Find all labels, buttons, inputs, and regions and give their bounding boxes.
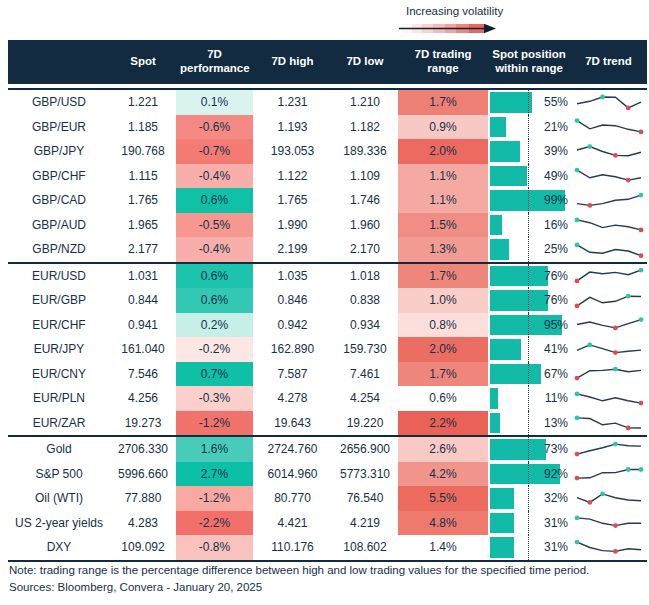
table-row: GBP/CHF1.115-0.4%1.1221.1091.1%49%	[8, 164, 647, 189]
row-label: EUR/JPY	[8, 337, 110, 362]
position-label: 73%	[544, 437, 568, 462]
table-row: Gold2706.3301.6%2724.7602656.9002.6%73%	[8, 437, 647, 462]
performance-cell: -1.2%	[176, 486, 253, 511]
sparkline-chart	[574, 388, 644, 409]
volatility-legend-label: Increasing volatility	[406, 5, 529, 17]
position-bar	[490, 513, 514, 534]
spot-position-cell: 21%	[488, 115, 570, 140]
performance-cell: -0.5%	[176, 213, 253, 238]
high-value: 110.176	[253, 535, 332, 560]
spot-position-cell: 76%	[488, 264, 570, 289]
midpoint-dotted-line	[528, 511, 529, 536]
trading-range-cell: 1.4%	[398, 535, 488, 560]
low-value: 2.170	[332, 237, 398, 262]
performance-cell: -2.2%	[176, 511, 253, 536]
low-value: 159.730	[332, 337, 398, 362]
trading-range-cell: 1.7%	[398, 362, 488, 387]
low-value: 1.182	[332, 115, 398, 140]
row-label: GBP/EUR	[8, 115, 110, 140]
trading-range-cell: 1.7%	[398, 90, 488, 115]
row-label: GBP/JPY	[8, 139, 110, 164]
row-label: GBP/USD	[8, 90, 110, 115]
sparkline-chart	[574, 412, 644, 433]
header-col-spot: Spot	[110, 55, 176, 69]
trend-sparkline	[570, 411, 647, 436]
midpoint-dotted-line	[528, 437, 529, 462]
position-label: 92%	[544, 462, 568, 487]
performance-cell: -0.6%	[176, 115, 253, 140]
position-label: 16%	[544, 213, 568, 238]
table-row: GBP/JPY190.768-0.7%193.053189.3362.0%39%	[8, 139, 647, 164]
position-label: 11%	[545, 386, 568, 411]
row-label: GBP/NZD	[8, 237, 110, 262]
high-value: 4.278	[253, 386, 332, 411]
row-label: DXY	[8, 535, 110, 560]
trading-range-cell: 2.6%	[398, 437, 488, 462]
position-bar	[490, 439, 546, 460]
high-value: 6014.960	[253, 462, 332, 487]
table-row: EUR/PLN4.256-0.3%4.2784.2540.6%11%	[8, 386, 647, 411]
high-value: 4.421	[253, 511, 332, 536]
midpoint-dotted-line	[528, 90, 529, 115]
low-value: 4.254	[332, 386, 398, 411]
spot-position-cell: 67%	[488, 362, 570, 387]
sparkline-chart	[574, 537, 644, 558]
spot-position-cell: 31%	[488, 535, 570, 560]
sparkline-chart	[574, 439, 644, 460]
sparkline-chart	[574, 363, 644, 384]
position-bar	[490, 339, 521, 360]
trend-sparkline	[570, 486, 647, 511]
spot-value: 161.040	[110, 337, 176, 362]
performance-cell: 0.6%	[176, 264, 253, 289]
low-value: 1.746	[332, 188, 398, 213]
header-col-spot-position-within-range: Spot position within range	[488, 48, 570, 76]
high-value: 162.890	[253, 337, 332, 362]
table-header: Spot7D performance7D high7D low7D tradin…	[8, 40, 647, 84]
spot-value: 4.256	[110, 386, 176, 411]
table-row: US 2-year yields4.283-2.2%4.4214.2194.8%…	[8, 511, 647, 536]
trading-range-cell: 1.3%	[398, 237, 488, 262]
low-value: 19.220	[332, 411, 398, 436]
position-label: 21%	[544, 115, 568, 140]
position-label: 76%	[544, 288, 568, 313]
position-label: 31%	[544, 535, 568, 560]
low-value: 4.219	[332, 511, 398, 536]
header-col-7d-performance: 7D performance	[176, 48, 253, 76]
high-value: 1.035	[253, 264, 332, 289]
performance-cell: 0.6%	[176, 288, 253, 313]
low-value: 1.018	[332, 264, 398, 289]
trend-sparkline	[570, 313, 647, 338]
performance-cell: -0.8%	[176, 535, 253, 560]
trend-sparkline	[570, 90, 647, 115]
position-bar	[490, 290, 548, 311]
midpoint-dotted-line	[528, 411, 529, 436]
trading-range-cell: 0.9%	[398, 115, 488, 140]
table-row: EUR/CNY7.5460.7%7.5877.4611.7%67%	[8, 362, 647, 387]
spot-value: 1.031	[110, 264, 176, 289]
spot-value: 2.177	[110, 237, 176, 262]
position-label: 32%	[544, 486, 568, 511]
spot-value: 0.844	[110, 288, 176, 313]
midpoint-dotted-line	[528, 386, 529, 411]
sparkline-chart	[574, 512, 644, 533]
high-value: 0.942	[253, 313, 332, 338]
market-volatility-dashboard: Increasing volatility Spot7D performance…	[0, 0, 649, 605]
high-value: 2.199	[253, 237, 332, 262]
trading-range-cell: 4.8%	[398, 511, 488, 536]
trading-range-cell: 1.5%	[398, 213, 488, 238]
row-label: Gold	[8, 437, 110, 462]
spot-value: 5996.660	[110, 462, 176, 487]
performance-cell: 1.6%	[176, 437, 253, 462]
low-value: 189.336	[332, 139, 398, 164]
row-label: EUR/USD	[8, 264, 110, 289]
performance-cell: 0.7%	[176, 362, 253, 387]
midpoint-dotted-line	[528, 264, 529, 289]
position-label: 76%	[544, 264, 568, 289]
midpoint-dotted-line	[528, 486, 529, 511]
low-value: 1.210	[332, 90, 398, 115]
trend-sparkline	[570, 213, 647, 238]
table-row: DXY109.092-0.8%110.176108.6021.4%31%	[8, 535, 647, 560]
sparkline-chart	[574, 265, 644, 286]
spot-position-cell: 16%	[488, 213, 570, 238]
trend-sparkline	[570, 288, 647, 313]
